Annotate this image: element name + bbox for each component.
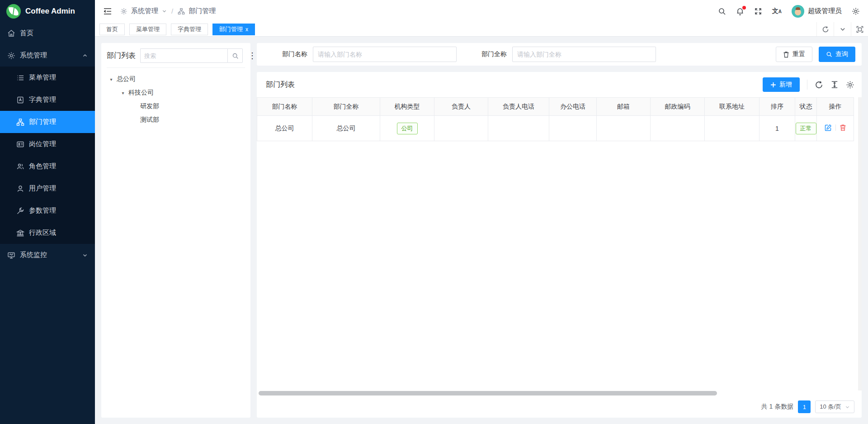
tree-panel-title: 部门列表: [107, 51, 136, 61]
dept-fullname-input[interactable]: [512, 47, 656, 62]
cell-dept-name: 总公司: [257, 116, 312, 141]
dept-table: 部门名称 部门全称 机构类型 负责人 负责人电话 办公电话 邮箱 邮政编码 联系…: [257, 97, 854, 141]
sidebar-item-param-mgmt[interactable]: 参数管理: [0, 200, 95, 222]
tab-home[interactable]: 首页: [99, 24, 125, 35]
sidebar-item-dept-mgmt[interactable]: 部门管理: [0, 111, 95, 133]
tab-menu-mgmt[interactable]: 菜单管理: [129, 24, 166, 35]
trash-icon: [783, 51, 789, 58]
home-icon: [7, 29, 15, 38]
dictionary-icon: [16, 96, 24, 104]
col-dept-fullname: 部门全称: [312, 98, 380, 116]
action-divider: [835, 124, 836, 131]
vertical-scrollbar-track[interactable]: [858, 97, 862, 391]
search-icon: [826, 51, 832, 57]
tree-search-button[interactable]: [227, 48, 243, 63]
tree-more-icon[interactable]: ⋮: [247, 52, 257, 60]
chevron-down-icon: [82, 252, 88, 258]
tab-close-icon[interactable]: x: [245, 26, 248, 33]
dept-tree-panel: 部门列表 ⋮ ▾ 总公司 ▾ 科技公司: [101, 43, 250, 418]
tree-node-head-office[interactable]: ▾ 总公司: [107, 72, 245, 86]
reset-button[interactable]: 重置: [776, 47, 812, 62]
sidebar-item-menu-mgmt[interactable]: 菜单管理: [0, 67, 95, 89]
edit-icon[interactable]: [825, 124, 832, 131]
sidebar-collapse-icon[interactable]: [103, 7, 112, 15]
table-header-row: 部门名称 部门全称 机构类型 负责人 负责人电话 办公电话 邮箱 邮政编码 联系…: [257, 98, 854, 116]
org-chart-icon: [178, 8, 185, 15]
query-button[interactable]: 查询: [819, 47, 855, 62]
tree-node-tech-company[interactable]: ▾ 科技公司: [107, 86, 245, 100]
user-menu[interactable]: 超级管理员: [792, 5, 842, 18]
dept-tree: ▾ 总公司 ▾ 科技公司 研发部 测试部: [107, 68, 245, 127]
id-card-icon: [16, 140, 24, 148]
search-icon[interactable]: [718, 7, 726, 15]
add-button[interactable]: 新增: [763, 77, 800, 92]
sidebar-item-monitor[interactable]: 系统监控: [0, 244, 95, 266]
page-size-select[interactable]: 10 条/页: [815, 400, 854, 413]
sidebar-item-post-mgmt[interactable]: 岗位管理: [0, 133, 95, 155]
sidebar-item-home[interactable]: 首页: [0, 22, 95, 44]
table-scroll-area[interactable]: 部门名称 部门全称 机构类型 负责人 负责人电话 办公电话 邮箱 邮政编码 联系…: [257, 97, 862, 391]
breadcrumb-level2[interactable]: 部门管理: [189, 7, 216, 15]
app-logo[interactable]: Coffee Admin: [0, 0, 95, 22]
refresh-icon[interactable]: [815, 81, 823, 89]
sidebar-item-region[interactable]: 行政区域: [0, 222, 95, 244]
horizontal-scrollbar-thumb[interactable]: [259, 391, 717, 395]
notification-bell-icon[interactable]: [736, 7, 744, 15]
page-1-button[interactable]: 1: [798, 400, 811, 413]
refresh-icon[interactable]: [816, 22, 834, 36]
cell-leader: [434, 116, 488, 141]
header-actions: 文A 超级管理员: [718, 5, 860, 18]
sidebar-item-label: 岗位管理: [29, 140, 56, 148]
breadcrumb-level1[interactable]: 系统管理: [131, 7, 158, 15]
tab-dict-mgmt[interactable]: 字典管理: [171, 24, 208, 35]
sidebar-item-label: 角色管理: [29, 162, 56, 171]
fullscreen-icon[interactable]: [754, 7, 762, 15]
translate-icon[interactable]: 文A: [772, 7, 782, 15]
col-email: 邮箱: [597, 98, 651, 116]
chevron-down-icon[interactable]: [834, 22, 851, 36]
col-sort: 排序: [760, 98, 795, 116]
pagination-total: 共 1 条数据: [761, 403, 794, 411]
content-area: 部门列表 ⋮ ▾ 总公司 ▾ 科技公司: [95, 37, 868, 424]
col-actions: 操作: [817, 98, 854, 116]
dept-fullname-label: 部门全称: [481, 50, 507, 58]
table-row[interactable]: 总公司 总公司 公司 1 正常: [257, 116, 854, 141]
caret-down-icon[interactable]: ▾: [120, 91, 126, 95]
cell-actions: [817, 116, 854, 141]
dept-name-input[interactable]: [313, 47, 457, 62]
tab-dept-mgmt[interactable]: 部门管理 x: [212, 24, 255, 35]
col-status: 状态: [795, 98, 817, 116]
tree-node-rd-dept[interactable]: 研发部: [107, 100, 245, 113]
roles-icon: [16, 162, 24, 171]
sidebar-item-system[interactable]: 系统管理: [0, 44, 95, 67]
user-icon: [16, 185, 24, 193]
maximize-icon[interactable]: [851, 22, 868, 36]
tree-search-input[interactable]: [140, 48, 227, 63]
cell-email: [597, 116, 651, 141]
col-address: 联系地址: [705, 98, 760, 116]
sidebar-item-role-mgmt[interactable]: 角色管理: [0, 155, 95, 177]
username: 超级管理员: [808, 7, 842, 15]
sidebar-item-label: 部门管理: [29, 118, 56, 126]
caret-down-icon[interactable]: ▾: [108, 77, 114, 82]
delete-icon[interactable]: [840, 124, 846, 131]
settings-gear-icon[interactable]: [852, 7, 860, 15]
list-icon: [16, 74, 24, 82]
tree-node-test-dept[interactable]: 测试部: [107, 113, 245, 127]
col-zip: 邮政编码: [651, 98, 705, 116]
notification-dot: [742, 6, 746, 10]
sidebar-item-user-mgmt[interactable]: 用户管理: [0, 177, 95, 200]
table-title: 部门列表: [266, 80, 295, 90]
monitor-icon: [7, 251, 15, 259]
sidebar-menu: 首页 系统管理 菜单管理 字典管理 部门管理 岗位管理: [0, 22, 95, 424]
chevron-down-icon: [162, 9, 167, 14]
sidebar-item-dict-mgmt[interactable]: 字典管理: [0, 89, 95, 111]
row-height-icon[interactable]: [830, 81, 839, 89]
col-leader-phone: 负责人电话: [488, 98, 549, 116]
cell-zip: [651, 116, 705, 141]
dept-table-card: 部门列表 新增: [257, 72, 862, 418]
column-settings-gear-icon[interactable]: [846, 81, 854, 89]
horizontal-scrollbar[interactable]: [258, 391, 861, 396]
sidebar-submenu-system: 菜单管理 字典管理 部门管理 岗位管理 角色管理 用户管理: [0, 67, 95, 244]
cell-leader-phone: [488, 116, 549, 141]
